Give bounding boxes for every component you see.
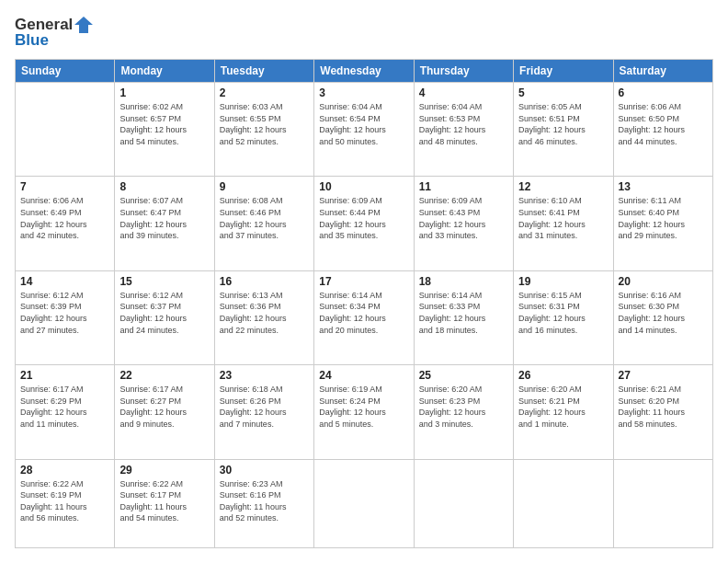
calendar-day-cell — [16, 83, 115, 177]
calendar-day-cell — [314, 459, 414, 548]
day-number: 17 — [319, 275, 408, 288]
calendar-week-row: 21Sunrise: 6:17 AM Sunset: 6:29 PM Dayli… — [16, 365, 713, 459]
day-info: Sunrise: 6:02 AM Sunset: 6:57 PM Dayligh… — [119, 101, 209, 147]
calendar-day-cell: 12Sunrise: 6:10 AM Sunset: 6:41 PM Dayli… — [514, 177, 613, 270]
weekday-header: Saturday — [613, 60, 712, 83]
calendar-day-cell: 24Sunrise: 6:19 AM Sunset: 6:24 PM Dayli… — [314, 365, 414, 459]
calendar-day-cell: 15Sunrise: 6:12 AM Sunset: 6:37 PM Dayli… — [115, 270, 214, 364]
svg-marker-0 — [74, 17, 93, 33]
day-info: Sunrise: 6:14 AM Sunset: 6:34 PM Dayligh… — [319, 290, 408, 336]
day-number: 2 — [220, 86, 309, 99]
day-number: 29 — [119, 464, 209, 477]
day-number: 22 — [119, 369, 209, 382]
day-info: Sunrise: 6:10 AM Sunset: 6:41 PM Dayligh… — [518, 195, 608, 241]
day-info: Sunrise: 6:14 AM Sunset: 6:33 PM Dayligh… — [419, 290, 508, 336]
day-number: 12 — [518, 180, 608, 193]
calendar-week-row: 1Sunrise: 6:02 AM Sunset: 6:57 PM Daylig… — [16, 83, 713, 177]
calendar-day-cell: 21Sunrise: 6:17 AM Sunset: 6:29 PM Dayli… — [16, 365, 115, 459]
calendar-day-cell: 20Sunrise: 6:16 AM Sunset: 6:30 PM Dayli… — [613, 270, 712, 364]
calendar-day-cell: 10Sunrise: 6:09 AM Sunset: 6:44 PM Dayli… — [314, 177, 414, 270]
weekday-header: Wednesday — [314, 60, 414, 83]
calendar-day-cell: 16Sunrise: 6:13 AM Sunset: 6:36 PM Dayli… — [214, 270, 313, 364]
weekday-header-row: SundayMondayTuesdayWednesdayThursdayFrid… — [16, 60, 713, 83]
day-info: Sunrise: 6:17 AM Sunset: 6:29 PM Dayligh… — [20, 384, 109, 430]
calendar-day-cell: 25Sunrise: 6:20 AM Sunset: 6:23 PM Dayli… — [414, 365, 513, 459]
day-number: 7 — [20, 180, 109, 193]
day-number: 19 — [518, 275, 608, 288]
day-number: 30 — [220, 464, 309, 477]
calendar-day-cell: 14Sunrise: 6:12 AM Sunset: 6:39 PM Dayli… — [16, 270, 115, 364]
day-info: Sunrise: 6:04 AM Sunset: 6:53 PM Dayligh… — [419, 101, 508, 147]
day-info: Sunrise: 6:13 AM Sunset: 6:36 PM Dayligh… — [220, 290, 309, 336]
day-number: 24 — [319, 369, 408, 382]
calendar-day-cell: 23Sunrise: 6:18 AM Sunset: 6:26 PM Dayli… — [214, 365, 313, 459]
calendar-day-cell — [414, 459, 513, 548]
calendar-day-cell — [613, 459, 712, 548]
day-info: Sunrise: 6:18 AM Sunset: 6:26 PM Dayligh… — [220, 384, 309, 430]
weekday-header: Thursday — [414, 60, 513, 83]
day-info: Sunrise: 6:06 AM Sunset: 6:50 PM Dayligh… — [619, 101, 708, 147]
day-number: 4 — [419, 86, 508, 99]
day-info: Sunrise: 6:09 AM Sunset: 6:43 PM Dayligh… — [419, 195, 508, 241]
day-number: 3 — [319, 86, 408, 99]
day-info: Sunrise: 6:15 AM Sunset: 6:31 PM Dayligh… — [518, 290, 608, 336]
calendar-day-cell: 28Sunrise: 6:22 AM Sunset: 6:19 PM Dayli… — [16, 459, 115, 548]
day-number: 11 — [419, 180, 508, 193]
day-number: 15 — [119, 275, 209, 288]
day-info: Sunrise: 6:23 AM Sunset: 6:16 PM Dayligh… — [220, 478, 309, 524]
day-number: 21 — [20, 369, 109, 382]
day-number: 1 — [119, 86, 209, 99]
calendar-day-cell: 26Sunrise: 6:20 AM Sunset: 6:21 PM Dayli… — [514, 365, 613, 459]
day-info: Sunrise: 6:09 AM Sunset: 6:44 PM Dayligh… — [319, 195, 408, 241]
calendar-day-cell: 30Sunrise: 6:23 AM Sunset: 6:16 PM Dayli… — [214, 459, 313, 548]
calendar-day-cell: 2Sunrise: 6:03 AM Sunset: 6:55 PM Daylig… — [214, 83, 313, 177]
day-number: 25 — [419, 369, 508, 382]
calendar-day-cell — [514, 459, 613, 548]
logo: General Blue — [15, 15, 95, 50]
weekday-header: Friday — [514, 60, 613, 83]
calendar-day-cell: 22Sunrise: 6:17 AM Sunset: 6:27 PM Dayli… — [115, 365, 214, 459]
weekday-header: Sunday — [16, 60, 115, 83]
day-number: 8 — [119, 180, 209, 193]
calendar-week-row: 28Sunrise: 6:22 AM Sunset: 6:19 PM Dayli… — [16, 459, 713, 548]
day-info: Sunrise: 6:19 AM Sunset: 6:24 PM Dayligh… — [319, 384, 408, 430]
day-info: Sunrise: 6:20 AM Sunset: 6:23 PM Dayligh… — [419, 384, 508, 430]
day-number: 9 — [220, 180, 309, 193]
calendar-day-cell: 19Sunrise: 6:15 AM Sunset: 6:31 PM Dayli… — [514, 270, 613, 364]
logo-blue: Blue — [15, 31, 49, 50]
day-info: Sunrise: 6:17 AM Sunset: 6:27 PM Dayligh… — [119, 384, 209, 430]
day-info: Sunrise: 6:22 AM Sunset: 6:17 PM Dayligh… — [119, 478, 209, 524]
day-info: Sunrise: 6:11 AM Sunset: 6:40 PM Dayligh… — [619, 195, 708, 241]
day-number: 14 — [20, 275, 109, 288]
day-info: Sunrise: 6:22 AM Sunset: 6:19 PM Dayligh… — [20, 478, 109, 524]
calendar-day-cell: 5Sunrise: 6:05 AM Sunset: 6:51 PM Daylig… — [514, 83, 613, 177]
calendar-week-row: 7Sunrise: 6:06 AM Sunset: 6:49 PM Daylig… — [16, 177, 713, 270]
calendar-day-cell: 29Sunrise: 6:22 AM Sunset: 6:17 PM Dayli… — [115, 459, 214, 548]
calendar-day-cell: 27Sunrise: 6:21 AM Sunset: 6:20 PM Dayli… — [613, 365, 712, 459]
header: General Blue — [15, 15, 713, 50]
logo-text-block: General Blue — [15, 15, 95, 50]
day-number: 23 — [220, 369, 309, 382]
day-number: 6 — [619, 86, 708, 99]
calendar-day-cell: 7Sunrise: 6:06 AM Sunset: 6:49 PM Daylig… — [16, 177, 115, 270]
calendar-day-cell: 8Sunrise: 6:07 AM Sunset: 6:47 PM Daylig… — [115, 177, 214, 270]
day-info: Sunrise: 6:04 AM Sunset: 6:54 PM Dayligh… — [319, 101, 408, 147]
day-number: 13 — [619, 180, 708, 193]
calendar-week-row: 14Sunrise: 6:12 AM Sunset: 6:39 PM Dayli… — [16, 270, 713, 364]
day-info: Sunrise: 6:21 AM Sunset: 6:20 PM Dayligh… — [619, 384, 708, 430]
weekday-header: Monday — [115, 60, 214, 83]
day-number: 5 — [518, 86, 608, 99]
day-number: 27 — [619, 369, 708, 382]
calendar-day-cell: 13Sunrise: 6:11 AM Sunset: 6:40 PM Dayli… — [613, 177, 712, 270]
day-info: Sunrise: 6:05 AM Sunset: 6:51 PM Dayligh… — [518, 101, 608, 147]
day-number: 16 — [220, 275, 309, 288]
calendar-day-cell: 11Sunrise: 6:09 AM Sunset: 6:43 PM Dayli… — [414, 177, 513, 270]
day-number: 18 — [419, 275, 508, 288]
day-number: 26 — [518, 369, 608, 382]
calendar-table: SundayMondayTuesdayWednesdayThursdayFrid… — [15, 59, 713, 548]
calendar-day-cell: 3Sunrise: 6:04 AM Sunset: 6:54 PM Daylig… — [314, 83, 414, 177]
day-info: Sunrise: 6:20 AM Sunset: 6:21 PM Dayligh… — [518, 384, 608, 430]
day-number: 10 — [319, 180, 408, 193]
calendar-day-cell: 4Sunrise: 6:04 AM Sunset: 6:53 PM Daylig… — [414, 83, 513, 177]
calendar-page: General Blue SundayMondayTuesdayWednesda… — [0, 0, 728, 563]
